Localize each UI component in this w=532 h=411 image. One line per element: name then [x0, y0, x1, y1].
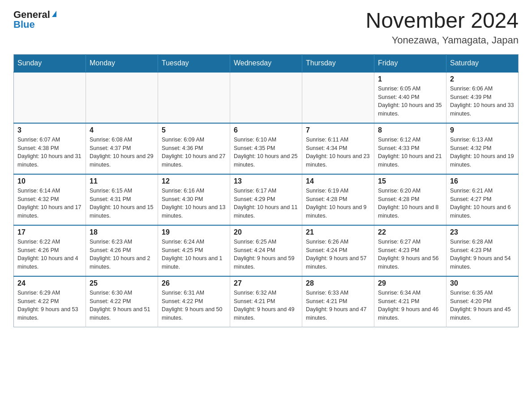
weekday-header-friday: Friday — [374, 54, 446, 72]
day-info: Sunrise: 6:30 AMSunset: 4:22 PMDaylight:… — [90, 289, 154, 322]
calendar-cell: 3Sunrise: 6:07 AMSunset: 4:38 PMDaylight… — [14, 123, 86, 174]
day-number: 27 — [234, 279, 298, 287]
day-number: 2 — [450, 75, 515, 83]
day-info: Sunrise: 6:25 AMSunset: 4:24 PMDaylight:… — [234, 238, 298, 271]
day-info: Sunrise: 6:09 AMSunset: 4:36 PMDaylight:… — [162, 136, 226, 169]
calendar-cell: 17Sunrise: 6:22 AMSunset: 4:26 PMDayligh… — [14, 225, 86, 276]
weekday-header-monday: Monday — [86, 54, 158, 72]
day-number: 7 — [306, 126, 370, 134]
weekday-header-thursday: Thursday — [302, 54, 374, 72]
day-info: Sunrise: 6:10 AMSunset: 4:35 PMDaylight:… — [234, 136, 298, 169]
calendar-cell: 10Sunrise: 6:14 AMSunset: 4:32 PMDayligh… — [14, 174, 86, 225]
calendar-cell: 27Sunrise: 6:32 AMSunset: 4:21 PMDayligh… — [230, 276, 302, 327]
day-number: 22 — [378, 228, 442, 236]
day-info: Sunrise: 6:19 AMSunset: 4:28 PMDaylight:… — [306, 187, 370, 220]
calendar-cell: 15Sunrise: 6:20 AMSunset: 4:28 PMDayligh… — [374, 174, 446, 225]
day-number: 19 — [162, 228, 226, 236]
day-number: 5 — [162, 126, 226, 134]
month-year-title: November 2024 — [365, 9, 519, 33]
day-info: Sunrise: 6:32 AMSunset: 4:21 PMDaylight:… — [234, 289, 298, 322]
day-number: 3 — [17, 126, 82, 134]
calendar-week-row: 3Sunrise: 6:07 AMSunset: 4:38 PMDaylight… — [14, 123, 519, 174]
day-info: Sunrise: 6:16 AMSunset: 4:30 PMDaylight:… — [162, 187, 226, 220]
day-info: Sunrise: 6:28 AMSunset: 4:23 PMDaylight:… — [450, 238, 515, 271]
title-block: November 2024 Yonezawa, Yamagata, Japan — [365, 9, 519, 46]
calendar-cell: 30Sunrise: 6:35 AMSunset: 4:20 PMDayligh… — [446, 276, 519, 327]
calendar-cell: 6Sunrise: 6:10 AMSunset: 4:35 PMDaylight… — [230, 123, 302, 174]
calendar-cell: 16Sunrise: 6:21 AMSunset: 4:27 PMDayligh… — [446, 174, 519, 225]
day-info: Sunrise: 6:05 AMSunset: 4:40 PMDaylight:… — [378, 85, 442, 118]
day-number: 18 — [90, 228, 154, 236]
calendar-cell: 14Sunrise: 6:19 AMSunset: 4:28 PMDayligh… — [302, 174, 374, 225]
calendar-cell: 18Sunrise: 6:23 AMSunset: 4:26 PMDayligh… — [86, 225, 158, 276]
day-info: Sunrise: 6:22 AMSunset: 4:26 PMDaylight:… — [17, 238, 82, 271]
calendar-cell: 28Sunrise: 6:33 AMSunset: 4:21 PMDayligh… — [302, 276, 374, 327]
day-info: Sunrise: 6:11 AMSunset: 4:34 PMDaylight:… — [306, 136, 370, 169]
day-number: 26 — [162, 279, 226, 287]
day-number: 9 — [450, 126, 515, 134]
calendar-cell: 8Sunrise: 6:12 AMSunset: 4:33 PMDaylight… — [374, 123, 446, 174]
day-number: 11 — [90, 177, 154, 185]
day-info: Sunrise: 6:35 AMSunset: 4:20 PMDaylight:… — [450, 289, 515, 322]
day-number: 20 — [234, 228, 298, 236]
weekday-header-row: SundayMondayTuesdayWednesdayThursdayFrid… — [14, 54, 519, 72]
day-number: 13 — [234, 177, 298, 185]
logo-blue-text: Blue — [13, 19, 35, 30]
day-number: 23 — [450, 228, 515, 236]
calendar-cell: 13Sunrise: 6:17 AMSunset: 4:29 PMDayligh… — [230, 174, 302, 225]
calendar-cell: 25Sunrise: 6:30 AMSunset: 4:22 PMDayligh… — [86, 276, 158, 327]
day-number: 29 — [378, 279, 442, 287]
calendar-cell: 11Sunrise: 6:15 AMSunset: 4:31 PMDayligh… — [86, 174, 158, 225]
day-info: Sunrise: 6:21 AMSunset: 4:27 PMDaylight:… — [450, 187, 515, 220]
calendar-cell: 23Sunrise: 6:28 AMSunset: 4:23 PMDayligh… — [446, 225, 519, 276]
day-info: Sunrise: 6:26 AMSunset: 4:24 PMDaylight:… — [306, 238, 370, 271]
calendar-body: 1Sunrise: 6:05 AMSunset: 4:40 PMDaylight… — [14, 72, 519, 327]
day-info: Sunrise: 6:33 AMSunset: 4:21 PMDaylight:… — [306, 289, 370, 322]
day-info: Sunrise: 6:17 AMSunset: 4:29 PMDaylight:… — [234, 187, 298, 220]
calendar-cell: 26Sunrise: 6:31 AMSunset: 4:22 PMDayligh… — [158, 276, 230, 327]
day-number: 30 — [450, 279, 515, 287]
calendar-cell — [230, 72, 302, 123]
day-number: 14 — [306, 177, 370, 185]
day-info: Sunrise: 6:13 AMSunset: 4:32 PMDaylight:… — [450, 136, 515, 169]
calendar-cell: 20Sunrise: 6:25 AMSunset: 4:24 PMDayligh… — [230, 225, 302, 276]
weekday-header-wednesday: Wednesday — [230, 54, 302, 72]
logo-arrow-icon — [52, 11, 56, 17]
calendar-week-row: 10Sunrise: 6:14 AMSunset: 4:32 PMDayligh… — [14, 174, 519, 225]
calendar-cell — [14, 72, 86, 123]
calendar-cell — [302, 72, 374, 123]
day-info: Sunrise: 6:23 AMSunset: 4:26 PMDaylight:… — [90, 238, 154, 271]
calendar-cell: 7Sunrise: 6:11 AMSunset: 4:34 PMDaylight… — [302, 123, 374, 174]
day-info: Sunrise: 6:15 AMSunset: 4:31 PMDaylight:… — [90, 187, 154, 220]
weekday-header-sunday: Sunday — [14, 54, 86, 72]
calendar-cell — [86, 72, 158, 123]
calendar-cell: 5Sunrise: 6:09 AMSunset: 4:36 PMDaylight… — [158, 123, 230, 174]
day-number: 4 — [90, 126, 154, 134]
calendar-cell: 22Sunrise: 6:27 AMSunset: 4:23 PMDayligh… — [374, 225, 446, 276]
day-number: 28 — [306, 279, 370, 287]
day-info: Sunrise: 6:08 AMSunset: 4:37 PMDaylight:… — [90, 136, 154, 169]
calendar-table: SundayMondayTuesdayWednesdayThursdayFrid… — [13, 54, 519, 327]
calendar-cell: 4Sunrise: 6:08 AMSunset: 4:37 PMDaylight… — [86, 123, 158, 174]
day-info: Sunrise: 6:27 AMSunset: 4:23 PMDaylight:… — [378, 238, 442, 271]
day-number: 16 — [450, 177, 515, 185]
day-info: Sunrise: 6:07 AMSunset: 4:38 PMDaylight:… — [17, 136, 82, 169]
calendar-cell: 29Sunrise: 6:34 AMSunset: 4:21 PMDayligh… — [374, 276, 446, 327]
day-number: 17 — [17, 228, 82, 236]
day-info: Sunrise: 6:31 AMSunset: 4:22 PMDaylight:… — [162, 289, 226, 322]
page-header: General Blue November 2024 Yonezawa, Yam… — [13, 9, 519, 46]
calendar-cell: 24Sunrise: 6:29 AMSunset: 4:22 PMDayligh… — [14, 276, 86, 327]
calendar-cell: 21Sunrise: 6:26 AMSunset: 4:24 PMDayligh… — [302, 225, 374, 276]
calendar-week-row: 24Sunrise: 6:29 AMSunset: 4:22 PMDayligh… — [14, 276, 519, 327]
calendar-cell: 2Sunrise: 6:06 AMSunset: 4:39 PMDaylight… — [446, 72, 519, 123]
calendar-cell: 9Sunrise: 6:13 AMSunset: 4:32 PMDaylight… — [446, 123, 519, 174]
day-info: Sunrise: 6:34 AMSunset: 4:21 PMDaylight:… — [378, 289, 442, 322]
calendar-week-row: 17Sunrise: 6:22 AMSunset: 4:26 PMDayligh… — [14, 225, 519, 276]
weekday-header-tuesday: Tuesday — [158, 54, 230, 72]
day-number: 12 — [162, 177, 226, 185]
day-info: Sunrise: 6:12 AMSunset: 4:33 PMDaylight:… — [378, 136, 442, 169]
day-number: 1 — [378, 75, 442, 83]
calendar-cell: 19Sunrise: 6:24 AMSunset: 4:25 PMDayligh… — [158, 225, 230, 276]
calendar-header: SundayMondayTuesdayWednesdayThursdayFrid… — [14, 54, 519, 72]
day-number: 10 — [17, 177, 82, 185]
